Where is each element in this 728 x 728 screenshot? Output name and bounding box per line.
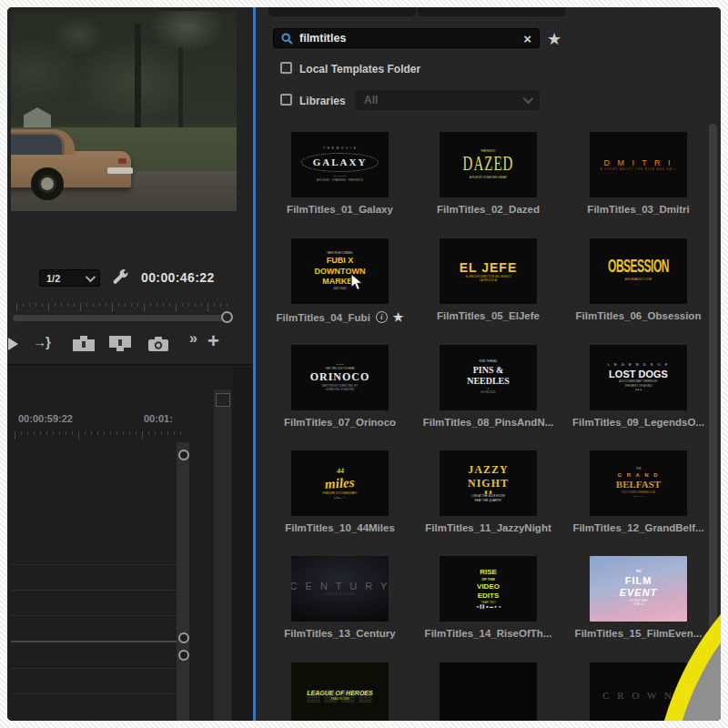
monitor-zoom-ruler (16, 303, 229, 312)
thumbnail-art-text: ORINOCO (310, 371, 370, 384)
template-thumbnail[interactable]: 44milesFEATURE DOCUMENTARY▪▪ ▾ ▪▪ ◦ ··· (291, 450, 389, 516)
thumbnail-art-text: SOMEONE SOMEONE (326, 389, 355, 391)
transport-controls: →} » + (7, 331, 253, 362)
template-name: FilmTitles_08_PinsAndN... (423, 417, 554, 428)
thumbnail-art-text: A STORY ABOUT THE RISE AND FALL (600, 168, 676, 171)
template-item[interactable]: RISEOF THEVIDEOEDITSYEAR TWO◄ ▌▌ ■ ▬ ► ●… (440, 556, 537, 622)
thumbnail-art-text: EVENT (620, 587, 658, 599)
template-thumbnail[interactable]: C E N T U R YCOMING SOON (291, 556, 389, 622)
clear-search-icon[interactable]: × (523, 32, 531, 46)
thumbnail-art-text: FINE THREAD (480, 360, 498, 363)
libraries-select[interactable]: All (355, 90, 540, 110)
thumbnail-art-text: ◄ ▌▌ ■ ▬ ► ● (476, 605, 501, 610)
template-thumbnail[interactable]: PRESENTSDAZEDA FILM BY SOMEONE GREAT (440, 132, 537, 197)
template-thumbnail[interactable]: ▪▪ ▪▪ ▪▪THE TRILOGY IS HEREORINOCOWRITTE… (291, 345, 389, 410)
thumbnail-art-text: ▪▪ ▾ ▪▪ ◦ ··· (334, 497, 346, 500)
template-item[interactable]: JAZZYNIGHT▐▌:▐▌LIVE AT THE BLUE ROOMFEAT… (440, 450, 537, 516)
program-monitor-preview (11, 11, 237, 211)
template-item[interactable]: ● (440, 662, 537, 721)
settings-wrench-icon[interactable] (111, 268, 129, 286)
template-thumbnail[interactable]: L E G E N D S O FLOST DOGSA DOCUMENTARY … (590, 345, 687, 410)
template-name: FilmTitles_10_44Miles (285, 522, 395, 533)
template-thumbnail[interactable]: ▦▦▦▦LEAGUE OF HEROESSEASON ONE (291, 662, 389, 721)
template-search-field[interactable]: × (273, 28, 540, 48)
thumbnail-art-text: C R O W N (602, 690, 674, 702)
thumbnail-art-text: · JUNE 24 · (632, 603, 646, 606)
favorite-star-icon[interactable]: ★ (393, 310, 404, 324)
template-item[interactable]: D M I T R IA STORY ABOUT THE RISE AND FA… (590, 132, 687, 197)
extract-icon[interactable] (109, 336, 131, 355)
template-item[interactable]: NEW FILM COMINGFUBI XDOWNTOWNMARKETJULY … (291, 238, 389, 304)
template-name: FilmTitles_07_Orinoco (284, 417, 396, 428)
template-thumbnail[interactable]: RISEOF THEVIDEOEDITSYEAR TWO◄ ▌▌ ■ ▬ ► ● (440, 556, 537, 622)
template-thumbnail[interactable]: NEW FILM COMINGFUBI XDOWNTOWNMARKETJULY … (291, 238, 389, 304)
template-thumbnail[interactable]: THEFILMEVENTOF THE YEAR· JUNE 24 · (590, 556, 687, 622)
thumbnail-art-text: SEASON ONE (331, 698, 349, 701)
more-buttons-icon[interactable]: » (189, 330, 197, 347)
template-thumbnail[interactable]: ● (440, 662, 537, 721)
template-item[interactable]: ▪▪ ▪▪ ▪▪THE TRILOGY IS HEREORINOCOWRITTE… (291, 345, 389, 410)
template-thumbnail[interactable]: EL JEFEEL MEJOR DIRECTOR DEL MUNDOLA PEL… (440, 238, 537, 304)
libraries-selected-value: All (364, 94, 378, 106)
template-name: FilmTitles_04_Fubi (277, 312, 370, 323)
search-input[interactable] (299, 32, 517, 45)
template-item[interactable]: C E N T U R YCOMING SOONFilmTitles_13_Ce… (291, 556, 389, 622)
template-item[interactable]: THEFILMEVENTOF THE YEAR· JUNE 24 ·FilmTi… (590, 556, 687, 622)
tab-edit[interactable] (418, 7, 565, 16)
car-bumper (107, 167, 133, 174)
play-icon[interactable] (8, 338, 18, 350)
thumbnail-art-text: SOON 2021 (480, 391, 495, 394)
chevron-down-icon (523, 94, 533, 104)
button-editor-plus-icon[interactable]: + (207, 329, 219, 353)
thumbnail-art-text: A FILM BY SOMEONE GREAT (470, 177, 507, 179)
thumbnail-art-text: ▾ ● ▴ (635, 389, 642, 391)
current-timecode[interactable]: 00:00:46:22 (141, 270, 215, 285)
timeline-playhead-strip[interactable] (177, 442, 189, 721)
timeline-vertical-scrollbar[interactable] (214, 389, 231, 721)
thumbnail-art-text: EDITS (478, 592, 500, 600)
thumbnail-art-text: COMING SOON (325, 593, 355, 596)
go-to-out-icon[interactable]: →} (33, 334, 50, 349)
thumbnail-art-text: FEAT. THE QUARTET (475, 500, 502, 502)
template-thumbnail[interactable]: · T H E M O V I E ·GALAXY▪▪ —— ▪▪▪A FILM… (291, 132, 389, 197)
thumbnail-art-text: VIDEO (477, 582, 500, 591)
template-thumbnail[interactable]: JAZZYNIGHT▐▌:▐▌LIVE AT THE BLUE ROOMFEAT… (440, 450, 537, 516)
libraries-checkbox[interactable] (280, 94, 292, 106)
monitor-scrollbar[interactable] (13, 315, 232, 321)
info-icon[interactable]: i (376, 311, 388, 323)
thumbnail-art-text: A FILM BY · STARRING · PRESENTS (317, 179, 363, 182)
template-item[interactable]: EL JEFEEL MEJOR DIRECTOR DEL MUNDOLA PEL… (440, 238, 537, 304)
template-item[interactable]: OBSESSIONA FILM ABOUT LOVE◦ ◦FilmTitles_… (590, 238, 687, 304)
export-frame-camera-icon[interactable] (147, 336, 169, 356)
thumbnail-art-text: · T H E M O V I E · (319, 147, 359, 150)
local-templates-checkbox[interactable] (280, 62, 292, 74)
template-item[interactable]: L E G E N D S O FLOST DOGSA DOCUMENTARY … (590, 345, 687, 410)
template-thumbnail[interactable]: D M I T R IA STORY ABOUT THE RISE AND FA… (590, 132, 687, 197)
keyframe-marker[interactable] (178, 632, 189, 643)
thumbnail-art-text: NEEDLES (467, 376, 510, 387)
template-thumbnail[interactable]: FINE THREADPINS &NEEDLES◦ ▾ ◦SOON 2021 (440, 345, 537, 410)
tab-browse[interactable] (268, 7, 416, 16)
thumbnail-art-text: ▪ ▪▪ — ▪ ▪ (633, 495, 644, 498)
template-name: FilmTitles_02_Dazed (437, 204, 540, 215)
template-thumbnail[interactable]: THEG R A N DBELFASTOLD TOWN CINEMA CLUB▪… (590, 450, 687, 516)
template-thumbnail[interactable]: OBSESSIONA FILM ABOUT LOVE◦ ◦ (590, 238, 687, 304)
monitor-scrollbar-knob[interactable] (221, 311, 233, 323)
favorites-filter-star-icon[interactable]: ★ (547, 29, 561, 49)
keyframe-marker[interactable] (178, 450, 189, 460)
playback-resolution-dropdown[interactable]: 1/2 (39, 269, 100, 287)
template-item[interactable]: PRESENTSDAZEDA FILM BY SOMEONE GREATFilm… (440, 132, 537, 197)
timeline-ruler[interactable] (15, 431, 184, 440)
template-item[interactable]: THEG R A N DBELFASTOLD TOWN CINEMA CLUB▪… (590, 450, 687, 516)
thumbnail-art-text: NIGHT (468, 478, 509, 490)
scrollbar-handle[interactable] (216, 393, 230, 407)
template-item[interactable]: 44milesFEATURE DOCUMENTARY▪▪ ▾ ▪▪ ◦ ···F… (291, 450, 389, 516)
template-item[interactable]: ▦▦▦▦LEAGUE OF HEROESSEASON ONE (291, 662, 389, 721)
lift-icon[interactable] (73, 336, 95, 355)
track-divider (11, 615, 177, 616)
keyframe-marker[interactable] (178, 650, 189, 661)
thumbnail-art-text: EL JEFE (460, 260, 518, 275)
thumbnail-art-text: D M I T R I (603, 158, 672, 167)
template-item[interactable]: FINE THREADPINS &NEEDLES◦ ▾ ◦SOON 2021Fi… (440, 345, 537, 410)
template-item[interactable]: · T H E M O V I E ·GALAXY▪▪ —— ▪▪▪A FILM… (291, 132, 389, 197)
